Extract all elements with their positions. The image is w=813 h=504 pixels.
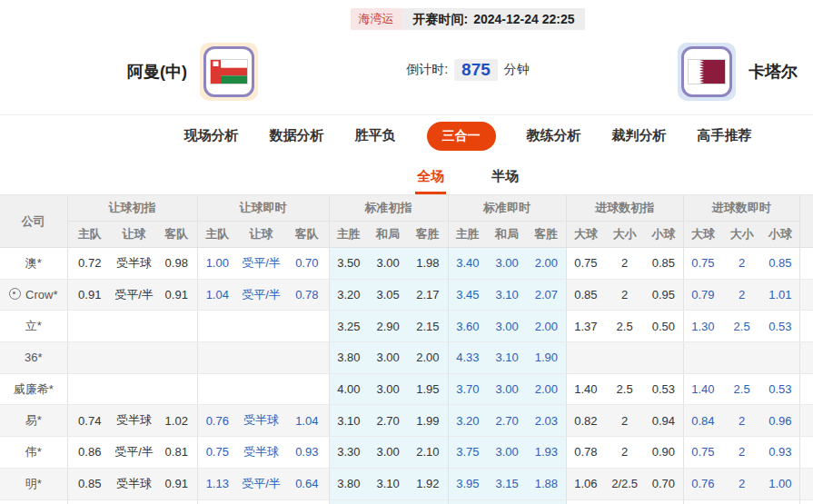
odds-cell: 受平/半 [237,279,285,311]
table-row: 易* 0.74 受半球 1.02 0.76 受半球 1.04 3.10 2.70… [0,405,813,437]
odds-cell [197,311,237,342]
oman-flag-icon [211,60,247,84]
odds-cell: 3.00 [487,437,527,469]
subcol: 主胜 [448,222,487,248]
company-cell[interactable]: 易* [0,405,67,437]
spacer-cell [799,311,813,342]
spacer-cell [799,373,813,405]
nav-tabs: 现场分析 数据分析 胜平负 三合一 教练分析 裁判分析 高手推荐 [0,115,813,156]
odds-cell: 3.80 [329,468,368,499]
odds-cell [197,373,237,405]
tab-data-analysis[interactable]: 数据分析 [270,127,324,144]
league-badge: 海湾运 [351,8,402,30]
odds-cell: 0.82 [566,405,605,437]
odds-cell [197,342,237,374]
company-cell[interactable]: Crow* [0,279,67,311]
tab-coach-analysis[interactable]: 教练分析 [527,127,581,144]
tab-three-in-one[interactable]: 三合一 [427,122,496,151]
odds-cell: 3.25 [329,311,368,342]
home-team-name: 阿曼(中) [127,61,187,83]
subtab-full-time[interactable]: 全场 [415,168,446,194]
group-goals-live: 进球数即时 [683,195,799,222]
subcol: 客队 [156,222,197,248]
odds-cell: 3.40 [448,248,487,280]
odds-cell [156,373,197,405]
odds-cell: 2 [722,405,761,437]
odds-cell: 受半球 [237,405,285,437]
odds-cell: 0.53 [761,311,799,342]
subcol: 小球 [761,222,799,248]
odds-cell: 0.70 [285,248,329,280]
odds-cell: 1.93 [527,437,566,469]
tab-expert-picks[interactable]: 高手推荐 [698,127,752,144]
odds-cell: 受半球 [112,468,156,499]
company-cell[interactable]: 威廉希* [0,373,67,405]
company-cell[interactable]: 立* [0,311,67,342]
odds-cell: 3.00 [368,342,408,374]
tab-win-draw-lose[interactable]: 胜平负 [355,127,396,144]
table-row-clipped [0,499,813,504]
tab-live-analysis[interactable]: 现场分析 [184,127,239,144]
subcol: 客队 [285,222,329,248]
subcol: 让球 [112,222,156,248]
odds-cell: 0.74 [67,405,112,437]
table-row: 36* 3.80 3.00 2.00 4.33 3.10 1.90 [0,342,813,374]
odds-cell: 1.95 [408,373,448,405]
odds-cell: 2 [605,437,644,469]
odds-cell: 受平/半 [237,248,285,280]
subcol: 客胜 [527,222,566,248]
kickoff-time: 开赛时间:2024-12-24 22:25 [402,8,586,30]
away-team-name: 卡塔尔 [749,61,798,83]
home-flag-border [203,46,254,97]
odds-cell: 2 [605,248,644,280]
odds-cell: 3.00 [368,437,408,469]
subcol: 大球 [683,222,722,248]
odds-cell: 受平/半 [237,468,285,499]
odds-cell: 1.00 [761,468,799,499]
odds-cell: 2.70 [487,405,527,437]
spacer-cell [799,342,813,374]
odds-cell: 2 [605,279,644,311]
odds-cell: 0.85 [67,468,112,499]
odds-cell: 0.84 [683,405,722,437]
away-team: 卡塔尔 [678,43,798,101]
odds-cell: 受半球 [112,405,156,437]
odds-cell [761,342,799,374]
company-cell[interactable]: 伟* [0,437,67,469]
odds-cell: 受半球 [237,437,285,469]
odds-cell: 3.20 [448,405,487,437]
table-row: 澳* 0.72 受半球 0.98 1.00 受平/半 0.70 3.50 3.0… [0,248,813,280]
group-standard-initial: 标准初指 [329,195,448,222]
odds-cell: 1.13 [197,468,237,499]
odds-cell: 2 [722,279,761,311]
odds-cell: 2 [605,405,644,437]
odds-cell: 0.98 [156,248,197,280]
odds-cell: 0.79 [683,279,722,311]
odds-cell [237,311,285,342]
odds-cell: 1.90 [527,342,566,374]
subcol: 大小 [722,222,761,248]
subtab-half-time[interactable]: 半场 [490,168,521,194]
odds-cell: 2 [722,437,761,469]
odds-cell: 0.75 [566,248,605,280]
odds-cell: 0.90 [644,437,683,469]
kickoff-value: 2024-12-24 22:25 [473,12,574,26]
company-cell[interactable]: 36* [0,342,67,374]
odds-cell: 3.45 [448,279,487,311]
odds-cell: 3.05 [368,279,408,311]
odds-cell: 受平/半 [112,279,156,311]
odds-cell: 0.76 [197,405,237,437]
odds-cell: 1.40 [683,373,722,405]
odds-cell: 1.00 [197,248,237,280]
company-cell[interactable]: 明* [0,468,67,499]
odds-cell [285,311,329,342]
odds-cell: 0.70 [644,468,683,499]
odds-table: 公司 让球初指 让球即时 标准初指 标准即时 进球数初指 进球数即时 主队 让球… [0,195,813,504]
odds-cell: 0.93 [285,437,329,469]
odds-cell: 3.30 [329,437,368,469]
tab-referee-analysis[interactable]: 裁判分析 [612,127,667,144]
odds-cell: 2.03 [527,405,566,437]
company-cell[interactable]: 澳* [0,248,67,280]
odds-cell [156,311,197,342]
odds-cell: 0.76 [683,468,722,499]
